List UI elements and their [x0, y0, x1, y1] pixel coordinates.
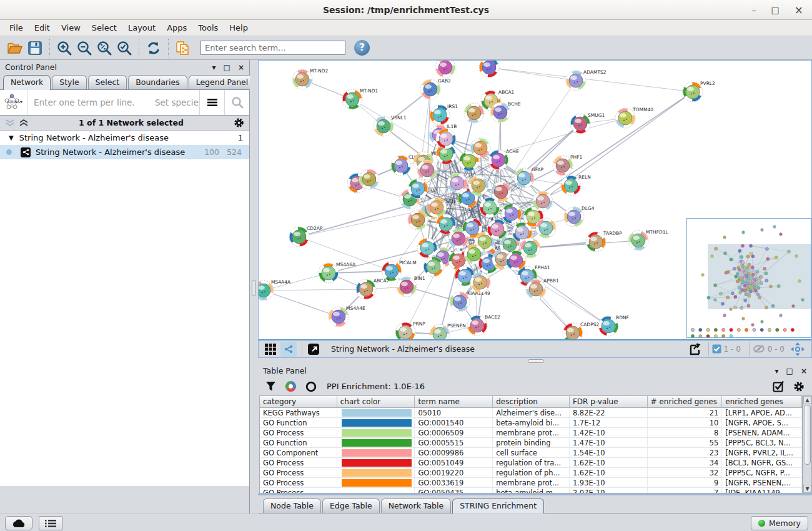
- network-node[interactable]: [423, 257, 443, 277]
- collapse-all-icon[interactable]: [5, 119, 15, 127]
- network-node[interactable]: [533, 191, 553, 211]
- network-node[interactable]: [502, 204, 522, 224]
- open-session-button[interactable]: [5, 38, 25, 58]
- scroll-up-arrow[interactable]: ▲: [803, 396, 811, 404]
- network-node[interactable]: [520, 238, 540, 258]
- tab-legend-panel[interactable]: Legend Panel: [189, 75, 256, 89]
- network-node-gab2[interactable]: GAB2: [420, 78, 451, 99]
- menu-layout[interactable]: Layout: [122, 21, 161, 34]
- string-search-button[interactable]: [224, 90, 249, 115]
- scrollbar-thumb[interactable]: [804, 405, 811, 465]
- network-node-kiaa1149[interactable]: KIAA1149: [450, 290, 490, 312]
- network-node[interactable]: [470, 138, 490, 158]
- network-node-vsnl1[interactable]: VSNL1: [374, 115, 407, 136]
- vertical-splitter[interactable]: [250, 60, 258, 514]
- network-node-bche[interactable]: BCHE: [490, 101, 521, 122]
- network-node-apbb1[interactable]: APBB1: [526, 278, 559, 299]
- network-node-dlg4[interactable]: DLG4: [564, 206, 595, 227]
- table-row[interactable]: GO Function GO:0001540 beta-amyloid bi..…: [260, 418, 802, 428]
- splitter-grip[interactable]: [528, 359, 544, 363]
- panel-menu-icon[interactable]: ▾: [212, 64, 216, 71]
- network-node-irs1[interactable]: IRS1: [430, 104, 458, 125]
- column-header[interactable]: term name: [415, 396, 493, 407]
- clone-network-button[interactable]: [173, 38, 193, 58]
- string-view-button[interactable]: [280, 342, 297, 357]
- network-node-ache[interactable]: ACHE: [488, 149, 519, 170]
- maximize-button[interactable]: □: [771, 6, 780, 14]
- network-row-selected[interactable]: String Network - Alzheimer's disease 100…: [0, 145, 249, 159]
- network-node-mt-nd2[interactable]: MT-ND2: [292, 68, 328, 89]
- network-node-reln[interactable]: RELN: [561, 174, 591, 196]
- ring-chart-icon[interactable]: [305, 381, 317, 392]
- network-node-adamts2[interactable]: ADAMTS2: [566, 69, 607, 91]
- help-button[interactable]: ?: [354, 40, 370, 56]
- column-header[interactable]: enriched genes: [722, 396, 802, 407]
- panel-float-icon[interactable]: □: [224, 64, 230, 71]
- horizontal-splitter[interactable]: [258, 358, 812, 364]
- table-row[interactable]: GO Process GO:0006509 membrane prot... 1…: [260, 428, 802, 438]
- network-node-ms4a4a[interactable]: MS4A4A: [259, 279, 291, 300]
- close-button[interactable]: ×: [795, 5, 803, 16]
- network-node[interactable]: [408, 179, 428, 199]
- network-node-bace2[interactable]: BACE2: [467, 314, 500, 335]
- network-node[interactable]: [435, 61, 455, 77]
- tree-expand-caret[interactable]: ▼: [9, 134, 14, 141]
- column-header[interactable]: FDR p-value: [570, 396, 648, 407]
- network-node[interactable]: [436, 129, 456, 149]
- table-row[interactable]: GO Process GO:0019220 regulation of ph..…: [260, 468, 802, 478]
- network-node[interactable]: [479, 61, 499, 77]
- network-node-pvrl2[interactable]: PVRL2: [683, 81, 715, 102]
- tab-boundaries[interactable]: Boundaries: [128, 75, 187, 89]
- column-header[interactable]: chart color: [337, 396, 415, 407]
- network-node[interactable]: [491, 182, 511, 202]
- panel-close-icon[interactable]: ×: [238, 64, 244, 71]
- network-node[interactable]: [359, 169, 379, 189]
- tab-style[interactable]: Style: [52, 75, 86, 89]
- detach-view-button[interactable]: [305, 342, 322, 357]
- menu-select[interactable]: Select: [86, 21, 122, 34]
- save-session-button[interactable]: [25, 38, 45, 58]
- table-row[interactable]: GO Component GO:0009986 cell surface 1.5…: [260, 448, 802, 458]
- column-header[interactable]: category: [260, 396, 337, 407]
- enrichment-chart-icon[interactable]: [285, 380, 297, 392]
- menu-file[interactable]: File: [4, 21, 29, 34]
- birds-eye-view[interactable]: [686, 218, 811, 338]
- menu-tools[interactable]: Tools: [192, 21, 224, 34]
- network-node[interactable]: [536, 218, 556, 238]
- menu-apps[interactable]: Apps: [161, 21, 192, 34]
- panel-menu-icon[interactable]: ▾: [775, 367, 779, 375]
- search-input[interactable]: [201, 41, 345, 55]
- tab-select[interactable]: Select: [88, 75, 127, 89]
- menu-help[interactable]: Help: [224, 21, 254, 34]
- zoom-selected-button[interactable]: [114, 38, 134, 58]
- table-settings-gear-icon[interactable]: [793, 381, 805, 392]
- task-list-button[interactable]: [39, 516, 62, 530]
- network-node[interactable]: [417, 160, 437, 180]
- network-options-gear-icon[interactable]: [234, 117, 244, 128]
- column-header[interactable]: description: [493, 396, 570, 407]
- zoom-fit-button[interactable]: [94, 38, 114, 58]
- zoom-in-button[interactable]: [54, 38, 74, 58]
- network-node-tomm40[interactable]: TOMM40: [615, 107, 653, 128]
- network-node-bin1[interactable]: BIN1: [397, 275, 425, 297]
- network-node-bdnf[interactable]: BDNF: [598, 315, 629, 336]
- network-node-smug1[interactable]: SMUG1: [570, 112, 605, 134]
- menu-edit[interactable]: Edit: [29, 21, 56, 34]
- string-query-input[interactable]: Enter one term per line. Set species →: [27, 97, 199, 107]
- panel-float-icon[interactable]: □: [786, 367, 793, 375]
- network-node[interactable]: [408, 210, 428, 230]
- minimize-button[interactable]: –: [752, 6, 756, 14]
- network-node-abca7[interactable]: ABCA7: [356, 278, 390, 299]
- splitter-grip[interactable]: [252, 280, 256, 296]
- column-header[interactable]: # enriched genes: [648, 396, 723, 407]
- cloud-sync-button[interactable]: [5, 516, 32, 530]
- string-protein-query-selector[interactable]: STRING: [0, 90, 27, 115]
- table-row[interactable]: KEGG Pathways 05010 Alzheimer's dise... …: [260, 408, 802, 418]
- network-node-tardbp[interactable]: TARDBP: [586, 231, 622, 252]
- network-node-ms4a4e[interactable]: MS4A4E: [329, 305, 365, 327]
- string-options-button[interactable]: [199, 90, 224, 115]
- table-row[interactable]: GO Function GO:0005515 protein binding 1…: [260, 438, 802, 448]
- network-node-psenen[interactable]: PSENEN: [430, 323, 466, 339]
- zoom-out-button[interactable]: [74, 38, 94, 58]
- panel-close-icon[interactable]: ×: [801, 367, 807, 375]
